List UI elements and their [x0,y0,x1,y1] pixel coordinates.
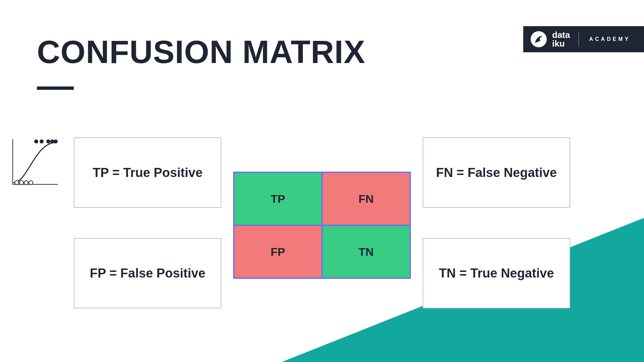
definition-tn-label: TN = True Negative [439,266,554,281]
svg-point-3 [19,181,23,185]
brand-divider [579,32,579,47]
logistic-curve-icon [9,137,60,188]
definition-tp-label: TP = True Positive [93,166,203,180]
svg-point-6 [34,139,38,143]
brand-bar: data iku ACADEMY [523,26,644,52]
definition-fp-label: FP = False Positive [90,266,206,281]
svg-point-2 [15,181,19,185]
svg-point-7 [40,139,44,143]
brand-name-line1: data [552,31,570,39]
definition-box-fp: FP = False Positive [74,238,221,308]
slide: data iku ACADEMY CONFUSION MATRIX TP = T… [0,0,644,362]
definition-fn-label: FN = False Negative [436,166,557,180]
matrix-cell-tn: TN [322,225,410,278]
matrix-cell-tp: TP [234,172,322,225]
matrix-cell-fp: FP [234,225,322,278]
svg-point-4 [24,181,28,185]
definition-box-tn: TN = True Negative [423,238,570,308]
page-title: CONFUSION MATRIX [37,34,366,70]
matrix-cell-fn-label: FN [359,192,374,205]
svg-point-10 [54,139,58,143]
brand-academy: ACADEMY [589,36,630,42]
dataiku-logo-icon [531,31,547,47]
confusion-matrix: TP FN FP TN [233,172,411,279]
svg-point-5 [29,181,33,185]
matrix-cell-tn-label: TN [359,245,374,258]
brand-name-line2: iku [552,39,570,48]
matrix-cell-tp-label: TP [271,192,285,205]
brand-name: data iku [552,31,570,48]
matrix-cell-fn: FN [322,172,410,225]
definition-box-tp: TP = True Positive [74,137,221,208]
svg-point-8 [46,139,50,143]
title-underline [37,86,74,90]
matrix-cell-fp-label: FP [271,245,285,258]
definition-box-fn: FN = False Negative [423,137,570,208]
